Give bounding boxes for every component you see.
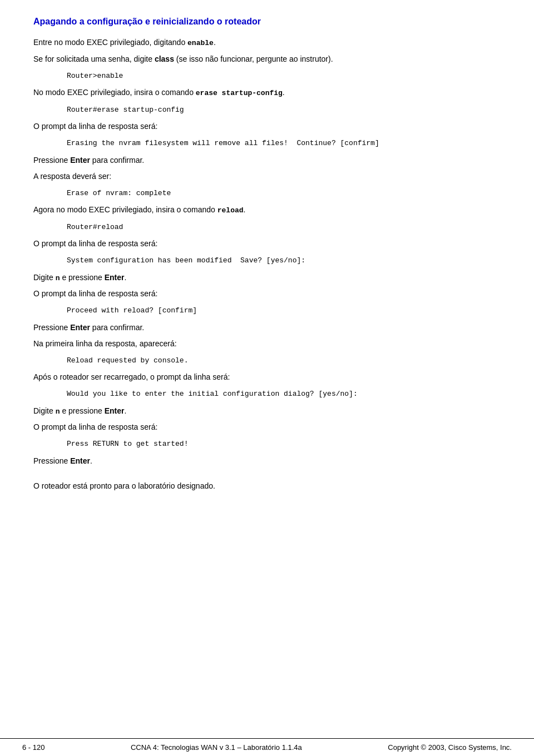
prompt-label-2: O prompt da linha de resposta será: bbox=[33, 238, 501, 250]
after-reload-label: Após o roteador ser recarregado, o promp… bbox=[33, 371, 501, 383]
reload-console-block: Reload requested by console. bbox=[67, 355, 501, 366]
reload-intro-start: Agora no modo EXEC privilegiado, insira … bbox=[33, 205, 217, 214]
press-enter-3: Pressione Enter. bbox=[33, 455, 501, 467]
digit-n2-end: e pressione bbox=[60, 406, 105, 415]
digit-n2-final: . bbox=[124, 406, 126, 415]
would-you-block: Would you like to enter the initial conf… bbox=[67, 389, 501, 400]
prompt-label-4: O prompt da linha de resposta será: bbox=[33, 421, 501, 433]
intro1-text: Entre no modo EXEC privilegiado, digitan… bbox=[33, 38, 187, 47]
digit-n2-start: Digite bbox=[33, 406, 56, 415]
intro-para-2: Se for solicitada uma senha, digite clas… bbox=[33, 53, 501, 65]
n-code-1: n bbox=[56, 274, 60, 282]
press-enter-1: Pressione Enter para confirmar. bbox=[33, 155, 501, 166]
footer-center: CCNA 4: Tecnologias WAN v 3.1 – Laborató… bbox=[131, 743, 302, 752]
press-enter-2: Pressione Enter para confirmar. bbox=[33, 322, 501, 334]
content-area: Apagando a configuração e reinicializand… bbox=[0, 0, 534, 738]
press-return-block: Press RETURN to get started! bbox=[67, 439, 501, 450]
digit-n-2: Digite n e pressione Enter. bbox=[33, 405, 501, 417]
press-enter1-start: Pressione bbox=[33, 156, 70, 165]
router-reload-block: Router#reload bbox=[67, 222, 501, 233]
first-line-label: Na primeira linha da resposta, aparecerá… bbox=[33, 338, 501, 350]
intro-para-1: Entre no modo EXEC privilegiado, digitan… bbox=[33, 37, 501, 49]
enter-bold-4: Enter bbox=[105, 406, 125, 415]
para-enable-text: No modo EXEC privilegiado, insira o coma… bbox=[33, 88, 196, 97]
erase-response-block: Erasing the nvram filesystem will remove… bbox=[67, 138, 501, 149]
press-enter3-start: Pressione bbox=[33, 456, 70, 465]
press-enter3-final: . bbox=[90, 456, 92, 465]
page-wrapper: Apagando a configuração e reinicializand… bbox=[0, 0, 534, 756]
intro2-start: Se for solicitada uma senha, digite bbox=[33, 54, 155, 63]
conclusion-para: O roteador está pronto para o laboratóri… bbox=[33, 480, 501, 492]
response-label: A resposta deverá ser: bbox=[33, 171, 501, 182]
save-prompt-block: System configuration has been modified S… bbox=[67, 255, 501, 266]
enable-code-inline: enable bbox=[187, 39, 214, 47]
press-enter2-start: Pressione bbox=[33, 323, 70, 332]
reload-code-inline: reload bbox=[217, 206, 244, 215]
digit-n1-end: e pressione bbox=[60, 273, 105, 282]
erase-code-inline: erase startup-config bbox=[196, 89, 283, 97]
press-enter2-end: para confirmar. bbox=[90, 323, 144, 332]
prompt-label-3: O prompt da linha de resposta será: bbox=[33, 288, 501, 300]
digit-n-1: Digite n e pressione Enter. bbox=[33, 272, 501, 284]
reload-intro: Agora no modo EXEC privilegiado, insira … bbox=[33, 204, 501, 216]
erase-complete-block: Erase of nvram: complete bbox=[67, 188, 501, 199]
para-enable-end: . bbox=[283, 88, 285, 97]
router-erase-block: Router#erase startup-config bbox=[67, 105, 501, 116]
enter-bold-1: Enter bbox=[70, 156, 90, 165]
reload-intro-end: . bbox=[244, 205, 246, 214]
digit-n1-start: Digite bbox=[33, 273, 56, 282]
digit-n1-final: . bbox=[124, 273, 126, 282]
proceed-block: Proceed with reload? [confirm] bbox=[67, 305, 501, 316]
enter-bold-3: Enter bbox=[70, 323, 90, 332]
intro1-end: . bbox=[214, 38, 216, 47]
press-enter1-end: para confirmar. bbox=[90, 156, 144, 165]
page-title: Apagando a configuração e reinicializand… bbox=[33, 17, 501, 27]
prompt-label-1: O prompt da linha de resposta será: bbox=[33, 121, 501, 132]
footer-right: Copyright © 2003, Cisco Systems, Inc. bbox=[388, 743, 512, 752]
n-code-2: n bbox=[56, 407, 60, 416]
footer: 6 - 120 CCNA 4: Tecnologias WAN v 3.1 – … bbox=[0, 738, 534, 756]
enter-bold-2: Enter bbox=[105, 273, 125, 282]
intro2-end: (se isso não funcionar, pergunte ao inst… bbox=[174, 54, 333, 63]
class-bold: class bbox=[155, 54, 174, 63]
enter-bold-5: Enter bbox=[70, 456, 90, 465]
para-enable: No modo EXEC privilegiado, insira o coma… bbox=[33, 87, 501, 99]
router-enable-block: Router>enable bbox=[67, 71, 501, 82]
footer-left: 6 - 120 bbox=[22, 743, 44, 752]
